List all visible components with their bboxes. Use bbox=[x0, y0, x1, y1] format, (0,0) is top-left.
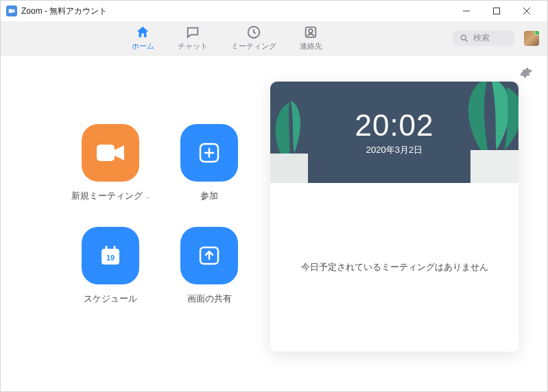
search-placeholder: 検索 bbox=[473, 32, 490, 44]
empty-message: 今日予定されているミーティングはありません bbox=[301, 261, 488, 273]
nav-contacts[interactable]: 連絡先 bbox=[294, 22, 328, 54]
svg-point-7 bbox=[309, 29, 313, 33]
home-icon bbox=[135, 25, 150, 40]
plus-icon bbox=[199, 143, 219, 163]
search-input[interactable]: 検索 bbox=[453, 30, 514, 46]
minimize-button[interactable] bbox=[451, 1, 481, 21]
new-meeting-label: 新規ミーティング bbox=[71, 190, 143, 202]
search-icon bbox=[460, 34, 469, 43]
svg-text:19: 19 bbox=[106, 254, 115, 262]
svg-rect-2 bbox=[494, 8, 500, 14]
zoom-icon bbox=[6, 5, 17, 16]
nav-meetings-label: ミーティング bbox=[231, 41, 276, 51]
window-title: Zoom - 無料アカウント bbox=[21, 5, 107, 17]
calendar-icon: 19 bbox=[99, 245, 121, 267]
share-screen-label: 画面の共有 bbox=[187, 293, 232, 305]
svg-line-9 bbox=[466, 39, 468, 41]
video-icon bbox=[95, 143, 126, 162]
maximize-button[interactable] bbox=[481, 1, 512, 21]
share-icon bbox=[198, 245, 220, 266]
chat-icon bbox=[185, 25, 200, 40]
nav-chat[interactable]: チャット bbox=[172, 22, 213, 54]
contacts-icon bbox=[303, 25, 318, 40]
nav-contacts-label: 連絡先 bbox=[300, 41, 322, 51]
new-meeting-button[interactable] bbox=[82, 124, 139, 182]
clock-icon bbox=[246, 25, 261, 40]
right-panel: 20:02 2020年3月2日 今日予定されているミーティングはありません bbox=[270, 56, 547, 391]
hero-date: 2020年3月2日 bbox=[366, 144, 422, 156]
svg-point-8 bbox=[461, 35, 466, 40]
schedule-button[interactable]: 19 bbox=[82, 227, 139, 284]
action-grid: 新規ミーティング ⌵ 参加 19 スケジュール 画面の共有 bbox=[1, 56, 270, 391]
svg-rect-19 bbox=[270, 154, 308, 183]
schedule-tile: 19 スケジュール bbox=[69, 227, 152, 330]
card-hero: 20:02 2020年3月2日 bbox=[270, 82, 519, 183]
gear-icon bbox=[520, 66, 532, 79]
new-meeting-label-row[interactable]: 新規ミーティング ⌵ bbox=[71, 190, 150, 202]
nav-chat-label: チャット bbox=[178, 41, 208, 51]
avatar[interactable] bbox=[524, 31, 539, 46]
share-screen-button[interactable] bbox=[180, 227, 238, 284]
plant-right-illustration bbox=[422, 82, 519, 183]
nav-meetings[interactable]: ミーティング bbox=[226, 22, 282, 54]
nav-home-label: ホーム bbox=[132, 41, 154, 51]
svg-rect-20 bbox=[470, 150, 519, 183]
share-screen-tile: 画面の共有 bbox=[168, 227, 250, 330]
schedule-label: スケジュール bbox=[84, 293, 137, 305]
window-controls bbox=[451, 1, 542, 21]
join-tile: 参加 bbox=[168, 124, 250, 227]
settings-button[interactable] bbox=[520, 66, 532, 82]
join-button[interactable] bbox=[180, 124, 238, 182]
new-meeting-tile: 新規ミーティング ⌵ bbox=[69, 124, 152, 227]
plant-left-illustration bbox=[270, 88, 339, 183]
today-card: 20:02 2020年3月2日 今日予定されているミーティングはありません bbox=[270, 82, 519, 352]
svg-rect-0 bbox=[9, 9, 13, 13]
nav-home[interactable]: ホーム bbox=[126, 22, 160, 54]
content: 新規ミーティング ⌵ 参加 19 スケジュール 画面の共有 bbox=[1, 56, 547, 391]
chevron-down-icon: ⌵ bbox=[145, 193, 150, 200]
card-body: 今日予定されているミーティングはありません bbox=[270, 183, 519, 352]
join-label: 参加 bbox=[200, 190, 218, 202]
svg-rect-10 bbox=[97, 145, 115, 161]
titlebar: Zoom - 無料アカウント bbox=[1, 1, 547, 21]
toolbar: ホーム チャット ミーティング 連絡先 検索 bbox=[1, 21, 547, 56]
hero-time: 20:02 bbox=[355, 108, 433, 143]
close-button[interactable] bbox=[512, 1, 542, 21]
